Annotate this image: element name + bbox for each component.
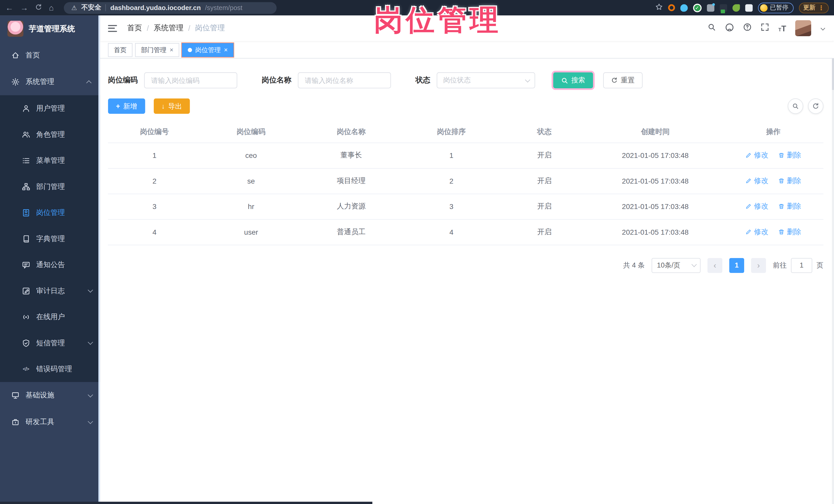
status-select[interactable]: 岗位状态: [437, 72, 535, 88]
extension-orange-icon[interactable]: [668, 4, 675, 11]
sidebar-item-label: 菜单管理: [36, 156, 65, 165]
sidebar-item-devtools[interactable]: 研发工具: [0, 409, 100, 435]
edit-link[interactable]: 修改: [745, 227, 768, 237]
sidebar-item-infra[interactable]: 基础设施: [0, 382, 100, 409]
extension-green-check-icon[interactable]: ✓: [693, 3, 701, 12]
breadcrumb-system[interactable]: 系统管理: [154, 23, 183, 33]
sidebar-item-roles[interactable]: 角色管理: [0, 121, 100, 147]
sidebar-item-dict[interactable]: 字典管理: [0, 226, 100, 252]
page-number-button[interactable]: 1: [729, 258, 744, 273]
post-name-input[interactable]: [298, 72, 391, 88]
sidebar-item-audit-log[interactable]: 审计日志: [0, 278, 100, 304]
cell-no: 4: [108, 219, 201, 245]
window-bottom-edge: [0, 502, 372, 504]
goto-label: 前往: [773, 260, 787, 270]
edit-link[interactable]: 修改: [745, 201, 768, 211]
add-button[interactable]: + 新增: [108, 98, 145, 114]
sidebar-item-label: 错误码管理: [36, 364, 72, 374]
extension-dark-green-icon[interactable]: [720, 4, 727, 12]
sidebar-item-departments[interactable]: 部门管理: [0, 174, 100, 200]
tab-home[interactable]: 首页: [108, 43, 132, 57]
reset-button-label: 重置: [621, 75, 635, 85]
search-button[interactable]: 搜索: [553, 72, 593, 88]
help-icon[interactable]: [743, 23, 752, 34]
cell-code: user: [201, 219, 301, 245]
next-page-button[interactable]: ›: [751, 258, 766, 273]
prev-page-button[interactable]: ‹: [707, 258, 722, 273]
tab-close-icon[interactable]: ×: [224, 46, 228, 54]
sidebar-item-home[interactable]: 首页: [0, 42, 100, 69]
browser-right-controls: ✓ 已暂停 更新 ⋮: [655, 2, 829, 13]
sidebar-item-notice[interactable]: 通知公告: [0, 251, 100, 278]
page-size-select[interactable]: 10条/页: [652, 258, 701, 273]
announcement-icon: [21, 260, 30, 269]
tab-posts[interactable]: 岗位管理 ×: [182, 43, 234, 57]
page-size-value: 10条/页: [657, 260, 680, 270]
sidebar-item-posts[interactable]: 岗位管理: [0, 199, 100, 226]
cell-created: 2021-01-05 17:03:48: [587, 168, 723, 194]
gear-icon: [10, 78, 20, 86]
bookmark-star-icon[interactable]: [655, 3, 662, 12]
cell-no: 3: [108, 194, 201, 219]
extension-leaf-icon[interactable]: [732, 4, 740, 12]
page: ← → ⌂ ⚠ 不安全 dashboard.yudao.iocoder.cn/s…: [0, 0, 834, 504]
delete-link[interactable]: 删除: [778, 151, 801, 160]
plus-icon: +: [116, 103, 120, 110]
goto-page-input[interactable]: [791, 258, 812, 273]
page-scrollbar[interactable]: [832, 16, 834, 504]
chevron-down-icon: [88, 392, 93, 397]
extension-paused-badge[interactable]: 已暂停: [758, 2, 794, 13]
col-status: 状态: [502, 121, 587, 143]
sidebar-item-system[interactable]: 系统管理: [0, 69, 100, 95]
status-label: 状态: [415, 75, 430, 85]
tab-departments[interactable]: 部门管理 ×: [135, 43, 179, 57]
avatar-caret-icon[interactable]: [821, 26, 825, 30]
extension-gray-icon[interactable]: [707, 4, 714, 12]
delete-link[interactable]: 删除: [778, 201, 801, 211]
fullscreen-icon[interactable]: [761, 23, 769, 34]
extension-blue-drop-icon[interactable]: [680, 4, 687, 12]
navbar-actions: TT: [708, 20, 825, 36]
sidebar-item-error-codes[interactable]: </> 错误码管理: [0, 356, 100, 382]
reset-button[interactable]: 重置: [603, 72, 642, 88]
browser-menu-icon[interactable]: ⋮: [818, 4, 825, 12]
add-button-label: 新增: [123, 102, 137, 111]
tab-close-icon[interactable]: ×: [170, 46, 174, 54]
col-actions: 操作: [723, 121, 824, 143]
post-code-input[interactable]: [144, 72, 238, 88]
chevron-down-icon: [88, 418, 93, 424]
update-label: 更新: [803, 4, 815, 12]
extensions-puzzle-icon[interactable]: [745, 4, 752, 12]
chevron-down-icon: [525, 77, 530, 82]
browser-forward-icon[interactable]: →: [20, 4, 28, 12]
chevron-down-icon: [88, 287, 93, 293]
cell-actions: 修改 删除: [723, 194, 824, 219]
export-button[interactable]: ↓ 导出: [154, 98, 190, 114]
sidebar-logo[interactable]: 芋道管理系统: [0, 16, 100, 42]
table-header-row: 岗位编号 岗位编码 岗位名称 岗位排序 状态 创建时间 操作: [108, 121, 824, 143]
delete-link[interactable]: 删除: [778, 227, 801, 237]
browser-back-icon[interactable]: ←: [5, 4, 13, 12]
user-avatar[interactable]: [795, 20, 811, 36]
edit-link[interactable]: 修改: [745, 176, 768, 185]
sidebar-item-users[interactable]: 用户管理: [0, 95, 100, 122]
sidebar-item-online-users[interactable]: 在线用户: [0, 304, 100, 330]
sidebar-item-menus[interactable]: 菜单管理: [0, 147, 100, 174]
font-size-icon[interactable]: TT: [778, 24, 786, 32]
breadcrumb-home[interactable]: 首页: [127, 23, 142, 33]
browser-update-button[interactable]: 更新 ⋮: [799, 2, 829, 13]
sidebar-item-sms[interactable]: 短信管理: [0, 330, 100, 356]
edit-link[interactable]: 修改: [745, 151, 768, 160]
address-bar[interactable]: ⚠ 不安全 dashboard.yudao.iocoder.cn/system/…: [64, 2, 277, 14]
download-icon: ↓: [161, 103, 165, 110]
delete-link[interactable]: 删除: [778, 176, 801, 185]
toggle-search-button[interactable]: [788, 98, 803, 114]
github-icon[interactable]: [725, 23, 734, 34]
active-tab-dot: [188, 48, 192, 52]
browser-home-icon[interactable]: ⌂: [49, 4, 54, 12]
filter-form: 岗位编码 岗位名称 状态 岗位状态 搜索: [108, 72, 824, 88]
sidebar-toggle-icon[interactable]: [108, 25, 117, 31]
search-icon[interactable]: [708, 23, 716, 34]
refresh-button[interactable]: [808, 98, 824, 114]
browser-reload-icon[interactable]: [35, 4, 42, 12]
